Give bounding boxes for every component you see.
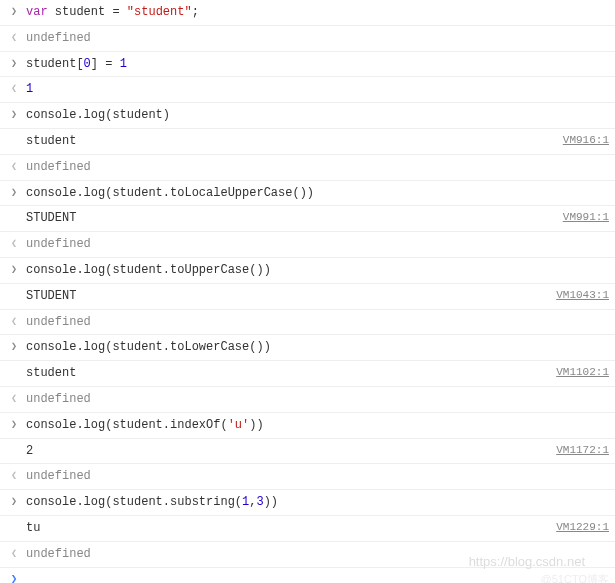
- source-link[interactable]: VM1229:1: [548, 520, 609, 535]
- console-input-row: ❯console.log(student.substring(1,3)): [0, 489, 615, 515]
- source-link[interactable]: VM1172:1: [548, 443, 609, 458]
- console-log-row: STUDENTVM1043:1: [0, 283, 615, 309]
- output-arrow-icon: ❮: [6, 81, 22, 96]
- row-content: student: [22, 365, 548, 382]
- row-content: undefined: [22, 159, 609, 176]
- console-return-row: ❮undefined: [0, 463, 615, 489]
- source-link[interactable]: VM991:1: [555, 210, 609, 225]
- row-content: console.log(student.indexOf('u')): [22, 417, 609, 434]
- console-input-row: ❯console.log(student.toUpperCase()): [0, 257, 615, 283]
- console-return-row: ❮undefined: [0, 25, 615, 51]
- source-link[interactable]: VM916:1: [555, 133, 609, 148]
- row-content: undefined: [22, 468, 609, 485]
- source-link[interactable]: VM1102:1: [548, 365, 609, 380]
- console-return-row: ❮undefined: [0, 541, 615, 567]
- console-return-row: ❮undefined: [0, 154, 615, 180]
- row-content: STUDENT: [22, 288, 548, 305]
- source-link[interactable]: VM1043:1: [548, 288, 609, 303]
- console-input-row: ❯console.log(student.indexOf('u')): [0, 412, 615, 438]
- log-gutter: [6, 210, 22, 211]
- console-prompt[interactable]: ❯: [0, 567, 615, 583]
- console-input-row: ❯student[0] = 1: [0, 51, 615, 77]
- row-content: undefined: [22, 546, 609, 563]
- row-content: console.log(student.toLocaleUpperCase()): [22, 185, 609, 202]
- console-log-row: studentVM1102:1: [0, 360, 615, 386]
- output-arrow-icon: ❮: [6, 159, 22, 174]
- input-arrow-icon: ❯: [6, 339, 22, 354]
- row-content: var student = "student";: [22, 4, 609, 21]
- output-arrow-icon: ❮: [6, 468, 22, 483]
- input-arrow-icon: ❯: [6, 107, 22, 122]
- input-arrow-icon: ❯: [6, 4, 22, 19]
- console-return-row: ❮1: [0, 76, 615, 102]
- row-content: STUDENT: [22, 210, 555, 227]
- prompt-caret-icon: ❯: [6, 572, 22, 583]
- output-arrow-icon: ❮: [6, 314, 22, 329]
- console-input-row: ❯console.log(student.toLowerCase()): [0, 334, 615, 360]
- console-return-row: ❮undefined: [0, 309, 615, 335]
- row-content: student: [22, 133, 555, 150]
- row-content: undefined: [22, 314, 609, 331]
- console-input-row: ❯console.log(student.toLocaleUpperCase()…: [0, 180, 615, 206]
- log-gutter: [6, 133, 22, 134]
- console-log-row: tuVM1229:1: [0, 515, 615, 541]
- console-log-row: STUDENTVM991:1: [0, 205, 615, 231]
- row-content: tu: [22, 520, 548, 537]
- input-arrow-icon: ❯: [6, 417, 22, 432]
- output-arrow-icon: ❮: [6, 236, 22, 251]
- output-arrow-icon: ❮: [6, 546, 22, 561]
- row-content: console.log(student.toLowerCase()): [22, 339, 609, 356]
- row-content: student[0] = 1: [22, 56, 609, 73]
- input-arrow-icon: ❯: [6, 185, 22, 200]
- row-content: undefined: [22, 236, 609, 253]
- row-content: console.log(student.toUpperCase()): [22, 262, 609, 279]
- log-gutter: [6, 520, 22, 521]
- output-arrow-icon: ❮: [6, 30, 22, 45]
- console-panel: ❯var student = "student";❮undefined❯stud…: [0, 0, 615, 567]
- row-content: undefined: [22, 30, 609, 47]
- row-content: undefined: [22, 391, 609, 408]
- console-return-row: ❮undefined: [0, 386, 615, 412]
- input-arrow-icon: ❯: [6, 262, 22, 277]
- console-input-row: ❯var student = "student";: [0, 0, 615, 25]
- output-arrow-icon: ❮: [6, 391, 22, 406]
- row-content: 2: [22, 443, 548, 460]
- log-gutter: [6, 365, 22, 366]
- console-return-row: ❮undefined: [0, 231, 615, 257]
- log-gutter: [6, 288, 22, 289]
- console-log-row: 2VM1172:1: [0, 438, 615, 464]
- console-input-row: ❯console.log(student): [0, 102, 615, 128]
- row-content: 1: [22, 81, 609, 98]
- log-gutter: [6, 443, 22, 444]
- input-arrow-icon: ❯: [6, 494, 22, 509]
- row-content: console.log(student): [22, 107, 609, 124]
- input-arrow-icon: ❯: [6, 56, 22, 71]
- console-log-row: studentVM916:1: [0, 128, 615, 154]
- row-content: console.log(student.substring(1,3)): [22, 494, 609, 511]
